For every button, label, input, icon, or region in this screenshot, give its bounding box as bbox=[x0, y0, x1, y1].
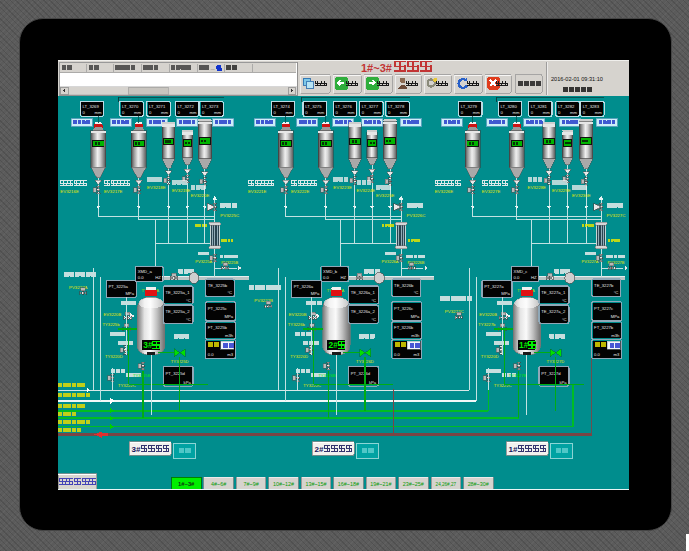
svg-text:LT_3278: LT_3278 bbox=[388, 104, 405, 109]
svg-text:LT_3271: LT_3271 bbox=[149, 104, 166, 109]
svg-text:MPa: MPa bbox=[125, 291, 134, 296]
svg-text:MPa: MPa bbox=[411, 314, 420, 319]
svg-text:mm: mm bbox=[190, 110, 197, 115]
svg-text:3#: 3# bbox=[143, 340, 153, 350]
svg-text:EV3220B: EV3220B bbox=[289, 312, 307, 317]
svg-text:FT_3226b: FT_3226b bbox=[394, 325, 414, 330]
svg-text:PV3225C: PV3225C bbox=[220, 213, 239, 218]
svg-text:...: ... bbox=[211, 65, 215, 71]
svg-text:LT_3275: LT_3275 bbox=[305, 104, 322, 109]
svg-text:0.0: 0.0 bbox=[323, 275, 329, 280]
svg-text:LT_3283: LT_3283 bbox=[583, 104, 600, 109]
svg-text:PV3227C: PV3227C bbox=[607, 213, 626, 218]
svg-text:mm: mm bbox=[317, 110, 324, 115]
svg-text:LT_3281: LT_3281 bbox=[531, 104, 548, 109]
svg-text:EV3228E: EV3228E bbox=[528, 185, 547, 190]
svg-text:TY3225B: TY3225B bbox=[133, 373, 151, 378]
svg-text:EV3221E: EV3221E bbox=[248, 189, 267, 194]
svg-text:PT_3225a: PT_3225a bbox=[109, 284, 129, 289]
svg-text:MPa: MPa bbox=[224, 314, 233, 319]
svg-text:°C: °C bbox=[227, 290, 232, 295]
svg-text:TE_3227a_1: TE_3227a_1 bbox=[541, 290, 566, 295]
svg-text:HZ: HZ bbox=[341, 275, 347, 280]
svg-text:°C: °C bbox=[562, 317, 567, 322]
svg-text:LT_3276: LT_3276 bbox=[336, 104, 353, 109]
svg-text:°C: °C bbox=[614, 290, 619, 295]
svg-text:EV3218E: EV3218E bbox=[147, 185, 166, 190]
svg-text:TE_3226a_2: TE_3226a_2 bbox=[351, 309, 376, 314]
svg-text:LT_3273: LT_3273 bbox=[202, 104, 219, 109]
svg-text:FT_3225b: FT_3225b bbox=[208, 325, 228, 330]
svg-text:mm: mm bbox=[95, 110, 102, 115]
svg-text:3#: 3# bbox=[132, 445, 141, 454]
svg-text:PT_3225d: PT_3225d bbox=[166, 371, 186, 376]
svg-text:28#~30#: 28#~30# bbox=[468, 481, 489, 487]
svg-text:mm: mm bbox=[374, 110, 381, 115]
svg-text:EV3227E: EV3227E bbox=[482, 189, 501, 194]
svg-text:PT_3227a: PT_3227a bbox=[484, 284, 504, 289]
svg-text:TE_3226a_1: TE_3226a_1 bbox=[351, 290, 376, 295]
svg-text:mm: mm bbox=[400, 110, 407, 115]
svg-text:LT_3280: LT_3280 bbox=[501, 104, 518, 109]
svg-text:°C: °C bbox=[371, 298, 376, 303]
svg-text:LT_3269: LT_3269 bbox=[83, 104, 100, 109]
svg-text:EV3220B: EV3220B bbox=[104, 312, 122, 317]
svg-text:0.0: 0.0 bbox=[138, 275, 144, 280]
svg-text:m3h: m3h bbox=[225, 333, 234, 338]
svg-text:4#~6#: 4#~6# bbox=[211, 481, 226, 487]
svg-text:TY3226B: TY3226B bbox=[318, 373, 336, 378]
svg-text:MPa: MPa bbox=[311, 291, 320, 296]
svg-text:mm: mm bbox=[348, 110, 355, 115]
svg-text:PT_3226c: PT_3226c bbox=[394, 306, 413, 311]
svg-text:EV3222E: EV3222E bbox=[291, 189, 310, 194]
svg-text:FT_3227b: FT_3227b bbox=[594, 325, 614, 330]
svg-text:EV3219E: EV3219E bbox=[172, 188, 191, 193]
svg-text:EV3220E: EV3220E bbox=[191, 193, 210, 198]
svg-text:19#~21#: 19#~21# bbox=[370, 481, 391, 487]
svg-text:PT_3225c: PT_3225c bbox=[208, 306, 227, 311]
svg-text:PT_3227c: PT_3227c bbox=[594, 306, 613, 311]
svg-text:0.0: 0.0 bbox=[514, 275, 520, 280]
svg-text:PT_3227d: PT_3227d bbox=[541, 371, 561, 376]
svg-text:EV3226E: EV3226E bbox=[435, 189, 454, 194]
svg-text:EV3217E: EV3217E bbox=[104, 189, 123, 194]
svg-text:°C: °C bbox=[414, 290, 419, 295]
svg-text:mm: mm bbox=[595, 110, 602, 115]
svg-text:EV3220B: EV3220B bbox=[479, 312, 497, 317]
svg-text:EV3225E: EV3225E bbox=[376, 193, 395, 198]
svg-text:MPa: MPa bbox=[611, 314, 620, 319]
svg-text:m3: m3 bbox=[227, 352, 233, 357]
svg-text:1#~3#: 1#~3# bbox=[361, 62, 392, 74]
svg-text:1#: 1# bbox=[509, 445, 518, 454]
svg-text:LT_3274: LT_3274 bbox=[274, 104, 291, 109]
svg-text:2016-02-01 09:31:10: 2016-02-01 09:31:10 bbox=[551, 76, 603, 82]
svg-text:mm: mm bbox=[543, 110, 550, 115]
svg-text:24,26#,27: 24,26#,27 bbox=[436, 482, 457, 487]
svg-text:XMD_c: XMD_c bbox=[514, 269, 528, 274]
svg-text:TY3220D: TY3220D bbox=[290, 354, 308, 359]
svg-text:m3h: m3h bbox=[611, 333, 620, 338]
svg-text:mm: mm bbox=[161, 110, 168, 115]
svg-text:XMD_a: XMD_a bbox=[138, 269, 153, 274]
svg-text:2#: 2# bbox=[329, 340, 339, 350]
svg-text:mm: mm bbox=[570, 110, 577, 115]
svg-text:LT_3270: LT_3270 bbox=[122, 104, 139, 109]
svg-text:16#~18#: 16#~18# bbox=[338, 481, 359, 487]
svg-text:23#~25#: 23#~25# bbox=[403, 481, 424, 487]
svg-text:m3: m3 bbox=[414, 352, 420, 357]
svg-text:mm: mm bbox=[513, 110, 520, 115]
svg-text:TE_3227b: TE_3227b bbox=[594, 283, 614, 288]
svg-text:EV3229E: EV3229E bbox=[552, 188, 571, 193]
svg-text:TY3220D: TY3220D bbox=[105, 354, 123, 359]
svg-text:EV3230E: EV3230E bbox=[572, 193, 591, 198]
svg-text:HZ: HZ bbox=[155, 275, 161, 280]
svg-text:TY3227B: TY3227B bbox=[509, 373, 527, 378]
svg-text:LT_3279: LT_3279 bbox=[461, 104, 478, 109]
svg-text:LT_3277: LT_3277 bbox=[362, 104, 379, 109]
svg-text:EV3223E: EV3223E bbox=[333, 185, 352, 190]
svg-text:13#~15#: 13#~15# bbox=[305, 481, 326, 487]
svg-text:7#~9#: 7#~9# bbox=[244, 481, 259, 487]
svg-text:1#: 1# bbox=[519, 340, 529, 350]
svg-text:LT_3272: LT_3272 bbox=[178, 104, 195, 109]
svg-text:PT_3226a: PT_3226a bbox=[294, 284, 314, 289]
